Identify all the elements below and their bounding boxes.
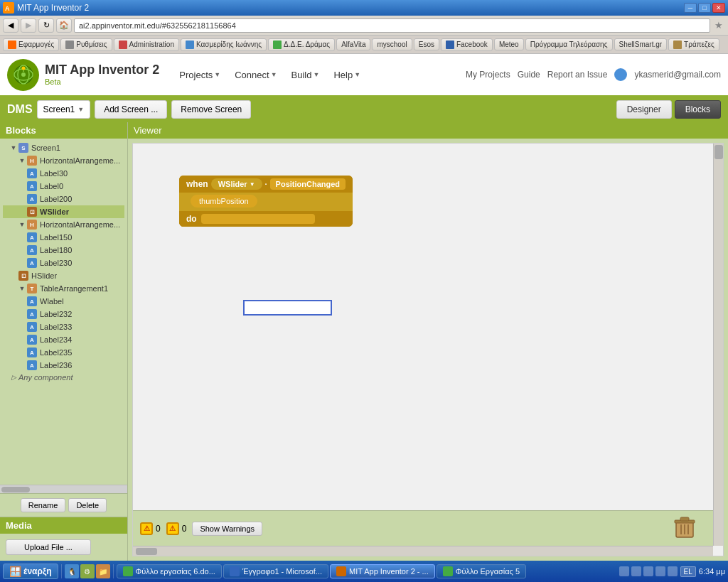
- viewer-scrollbar-h[interactable]: [133, 546, 713, 556]
- block-do-slot[interactable]: [201, 214, 315, 224]
- tree-item-label200[interactable]: A Label200: [3, 193, 124, 205]
- window-controls: ─ □ ✕: [684, 3, 725, 13]
- nav-projects[interactable]: Projects▼: [173, 67, 226, 83]
- taskbar-item-2[interactable]: Έγγραφο1 - Microsof...: [223, 564, 328, 578]
- warning-icon-1: ⚠: [140, 522, 153, 535]
- tree-item-ta1[interactable]: ▼ T TableArrangement1: [3, 282, 124, 295]
- tree-item-label234[interactable]: A Label234: [3, 333, 124, 346]
- tree-item-label30[interactable]: A Label30: [3, 167, 124, 180]
- report-link[interactable]: Report an Issue: [547, 70, 608, 80]
- bookmark-apps[interactable]: Εφαρμογές: [3, 38, 59, 51]
- nav-connect[interactable]: Connect▼: [229, 67, 282, 83]
- remove-screen-btn[interactable]: Remove Screen: [171, 100, 251, 119]
- nav-help[interactable]: Help▼: [328, 67, 366, 83]
- home-btn[interactable]: 🏠: [56, 18, 72, 33]
- tree-item-screen1[interactable]: ▼ S Screen1: [3, 141, 124, 154]
- app-title-beta: Beta: [45, 77, 159, 87]
- block-event-pill[interactable]: PositionChanged: [270, 178, 346, 190]
- taskbar-right: EL 6:34 μμ: [619, 566, 725, 577]
- block-param-row: thumbPosition: [179, 193, 353, 211]
- viewer-bottom-bar: ⚠ 0 ⚠ 0 Show Warnings: [133, 510, 713, 546]
- block-component-name: WSlider: [218, 180, 247, 188]
- tree-item-label180[interactable]: A Label180: [3, 244, 124, 257]
- guide-link[interactable]: Guide: [518, 70, 540, 80]
- bookmark-dde[interactable]: Δ.Δ.Ε. Δράμας: [268, 38, 335, 51]
- taskbar: 🪟 έναρξη 🐧 ⚙ 📁 Φύλλο εργασίας 6.do... Έγ…: [0, 561, 728, 582]
- bookmark-shellsmart[interactable]: ShellSmart.gr: [614, 38, 668, 50]
- app-logo: MIT App Inventor 2 Beta: [7, 59, 159, 91]
- tree-item-label230[interactable]: A Label230: [3, 257, 124, 269]
- bookmark-tv[interactable]: Πρόγραμμα Τηλεόρασης: [525, 38, 613, 50]
- canvas-text-input[interactable]: [243, 300, 332, 316]
- add-screen-btn[interactable]: Add Screen ...: [95, 100, 167, 119]
- tree-item-wslider[interactable]: ⊡ WSlider: [3, 205, 124, 218]
- taskbar-item-4[interactable]: Φύλλο Εργασίας 5: [437, 564, 526, 578]
- tree-item-ha1[interactable]: ▼ H HorizontalArrangeme...: [3, 154, 124, 167]
- win-close-btn[interactable]: ✕: [712, 3, 725, 13]
- upload-file-btn[interactable]: Upload File ...: [6, 539, 91, 555]
- warning-count-1: 0: [156, 524, 161, 534]
- lang-btn[interactable]: EL: [680, 566, 696, 577]
- show-warnings-btn[interactable]: Show Warnings: [192, 522, 262, 536]
- blocks-controls: Rename Delete: [0, 493, 127, 517]
- tree-item-label150[interactable]: A Label150: [3, 231, 124, 244]
- taskbar-icon-3[interactable]: 📁: [96, 564, 110, 578]
- blocks-btn[interactable]: Blocks: [675, 100, 721, 119]
- tree-item-label235[interactable]: A Label235: [3, 346, 124, 359]
- win-restore-btn[interactable]: □: [698, 3, 711, 13]
- tree-item-label0[interactable]: A Label0: [3, 180, 124, 193]
- tree-item-label233[interactable]: A Label233: [3, 320, 124, 333]
- my-projects-link[interactable]: My Projects: [466, 70, 510, 80]
- bookmark-esos[interactable]: Esos: [414, 38, 439, 50]
- tray-icon-5: [668, 566, 678, 576]
- block-dot-icon: ·: [265, 180, 267, 188]
- tree-item-label236[interactable]: A Label236: [3, 359, 124, 372]
- tree-item-any-comp[interactable]: ▷ Any component: [3, 372, 124, 383]
- media-header: Media: [0, 517, 127, 534]
- back-btn[interactable]: ◀: [3, 18, 18, 33]
- address-bar[interactable]: ai2.appinventor.mit.edu/#632556218115686…: [74, 18, 710, 33]
- bookmark-admin[interactable]: Administration: [114, 38, 179, 51]
- bookmark-myschool[interactable]: myschool: [372, 38, 412, 50]
- forward-btn[interactable]: ▶: [21, 18, 36, 33]
- designer-btn[interactable]: Designer: [616, 100, 672, 119]
- tree-item-hslider[interactable]: ⊡ HSlider: [3, 269, 124, 282]
- trash-icon[interactable]: [670, 513, 699, 544]
- block-when-position-changed[interactable]: when WSlider ▼ · PositionChanged: [179, 176, 353, 227]
- taskbar-item-1[interactable]: Φύλλο εργασίας 6.do...: [117, 564, 222, 578]
- taskbar-sep: [61, 564, 62, 578]
- block-thumb-param[interactable]: thumbPosition: [191, 195, 257, 208]
- win-minimize-btn[interactable]: ─: [684, 3, 697, 13]
- nav-build[interactable]: Build▼: [286, 67, 326, 83]
- bookmark-settings[interactable]: Ρυθμίσεις: [60, 38, 112, 51]
- left-panel: Blocks ▼ S Screen1 ▼ H HorizontalArrange…: [0, 122, 128, 561]
- screen-dropdown[interactable]: Screen1 ▼: [37, 100, 91, 119]
- tree-item-wlabel[interactable]: A Wlabel: [3, 295, 124, 308]
- taskbar-icon-1[interactable]: 🐧: [65, 564, 79, 578]
- taskbar-item-3[interactable]: MIT App Inventor 2 - ...: [330, 564, 435, 578]
- rename-btn[interactable]: Rename: [21, 498, 66, 512]
- bookmark-banks[interactable]: Τράπεζες: [668, 38, 719, 51]
- project-name: DMS: [7, 103, 33, 116]
- block-component-pill[interactable]: WSlider ▼: [211, 178, 262, 190]
- bookmark-alfavita[interactable]: AlfaVita: [336, 38, 370, 50]
- delete-btn[interactable]: Delete: [68, 498, 107, 512]
- bookmark-meteo[interactable]: Meteo: [494, 38, 524, 50]
- tree-item-ha2[interactable]: ▼ H HorizontalArrangeme...: [3, 218, 124, 231]
- refresh-btn[interactable]: ↻: [38, 18, 54, 33]
- viewer-scrollbar-v[interactable]: [713, 144, 723, 546]
- blocks-canvas[interactable]: when WSlider ▼ · PositionChanged: [133, 144, 713, 546]
- tray-icon-4: [655, 566, 665, 576]
- start-button[interactable]: 🪟 έναρξη: [3, 564, 58, 579]
- media-section: Media Upload File ...: [0, 517, 127, 561]
- user-account[interactable]: ykasmerid@gmail.com: [634, 70, 721, 80]
- bookmark-kasmeridis[interactable]: Κασμερίδης Ιωάννης: [181, 38, 267, 51]
- warning-item-1: ⚠ 0: [140, 522, 161, 535]
- taskbar-icon-2[interactable]: ⚙: [80, 564, 95, 578]
- bookmark-facebook[interactable]: Facebook: [441, 38, 493, 51]
- browser-nav-bar: ◀ ▶ ↻ 🏠 ai2.appinventor.mit.edu/#6325562…: [0, 16, 728, 36]
- viewer-content: when WSlider ▼ · PositionChanged: [132, 143, 724, 556]
- tree-scrollbar-h[interactable]: [0, 485, 127, 493]
- tree-item-label232[interactable]: A Label232: [3, 308, 124, 320]
- app-header: MIT App Inventor 2 Beta Projects▼ Connec…: [0, 54, 728, 97]
